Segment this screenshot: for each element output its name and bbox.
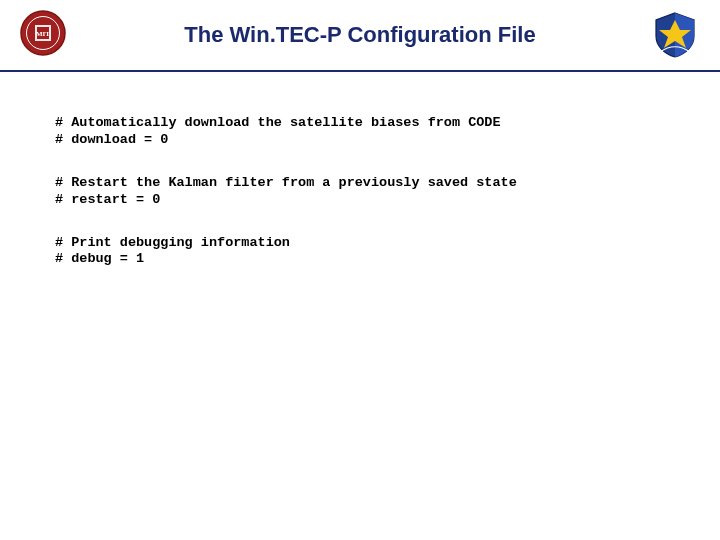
slide: MIT The Win.TEC-P Configuration File # A… xyxy=(0,0,720,540)
slide-header: MIT The Win.TEC-P Configuration File xyxy=(0,0,720,72)
slide-title: The Win.TEC-P Configuration File xyxy=(0,22,720,48)
code-line: # download = 0 xyxy=(55,132,168,147)
air-force-shield-icon xyxy=(650,10,700,60)
config-block-restart: # Restart the Kalman filter from a previ… xyxy=(55,175,680,209)
config-block-download: # Automatically download the satellite b… xyxy=(55,115,680,149)
slide-body: # Automatically download the satellite b… xyxy=(55,115,680,294)
code-line: # Print debugging information xyxy=(55,235,290,250)
code-line: # Restart the Kalman filter from a previ… xyxy=(55,175,517,190)
code-line: # debug = 1 xyxy=(55,251,144,266)
code-line: # restart = 0 xyxy=(55,192,160,207)
code-line: # Automatically download the satellite b… xyxy=(55,115,501,130)
config-block-debug: # Print debugging information # debug = … xyxy=(55,235,680,269)
